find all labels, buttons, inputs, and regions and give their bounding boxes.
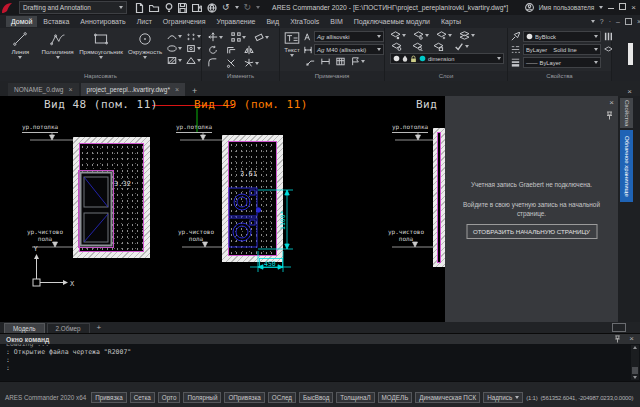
- toggle-ortho[interactable]: Орто: [158, 392, 181, 403]
- dim-style-icon[interactable]: [304, 46, 312, 54]
- panel-close-icon[interactable]: ×: [627, 87, 640, 96]
- toggle-lineweight[interactable]: ТолщинаЛ: [336, 392, 374, 403]
- close-icon[interactable]: ×: [629, 335, 634, 343]
- doc-restore-icon[interactable]: [625, 18, 632, 25]
- tab-cloud-storage[interactable]: Облачное хранилище: [620, 130, 633, 202]
- minimize-button[interactable]: [608, 4, 614, 12]
- undo-chevron-icon[interactable]: [235, 6, 239, 9]
- layer-combo[interactable]: dimension: [390, 53, 504, 64]
- annotation-scale-dropdown[interactable]: Надпись: [483, 392, 523, 403]
- tab-addins[interactable]: Подключаемые модули: [349, 16, 435, 27]
- view-48-title[interactable]: Вид 48 (пом. 11): [44, 98, 158, 111]
- scroll-down-icon[interactable]: [633, 376, 637, 379]
- pin-icon[interactable]: [606, 111, 613, 120]
- toggle-polar[interactable]: Полярный: [183, 392, 221, 403]
- restore-icon[interactable]: [612, 323, 626, 332]
- text-style-icon[interactable]: [304, 33, 312, 41]
- floor-label-3[interactable]: ур.чистовопола: [386, 229, 426, 242]
- toggle-dynamic-ucs[interactable]: Динамическая ПСК: [415, 392, 480, 403]
- layer-manager-button[interactable]: [390, 31, 406, 40]
- toggle-snap[interactable]: Привязка: [91, 392, 127, 403]
- height-text-48[interactable]: 3.32: [114, 180, 131, 188]
- hatch-tool-button[interactable]: [167, 56, 182, 65]
- tab-annotate[interactable]: Аннотировать: [75, 16, 130, 27]
- user-name[interactable]: Имя пользователя: [539, 4, 595, 11]
- tab-view[interactable]: Вид: [261, 16, 284, 27]
- tab-constraints[interactable]: Ограничения: [158, 16, 211, 27]
- table-icon[interactable]: [336, 57, 345, 66]
- collapse-ribbon-icon[interactable]: [591, 20, 595, 23]
- linestyle-combo[interactable]: ByLayer Solid line: [523, 44, 601, 55]
- move-tool-button[interactable]: [208, 32, 223, 42]
- ellipse-tool-button[interactable]: [167, 44, 182, 53]
- region-tool-button[interactable]: [186, 44, 201, 53]
- floor-label-1[interactable]: ур.чистовопола: [25, 229, 65, 242]
- close-icon[interactable]: ×: [69, 86, 73, 93]
- fillet-tool-button[interactable]: [208, 58, 218, 68]
- panel-close-icon[interactable]: ×: [609, 99, 614, 107]
- paint-icon[interactable]: [511, 32, 520, 41]
- help-icon[interactable]: ?: [600, 18, 604, 25]
- line-tool-button[interactable]: Линия: [4, 28, 37, 59]
- circle-tool-button[interactable]: Окружность: [125, 28, 165, 59]
- mirror-tool-button[interactable]: [244, 45, 254, 55]
- layer-isolate-icon[interactable]: [391, 42, 402, 51]
- layer-freeze-button[interactable]: [436, 31, 452, 40]
- command-window[interactable]: Окно команд × Loading ... : Открытие фай…: [0, 333, 640, 381]
- rectangle-tool-button[interactable]: Прямоугольник: [79, 28, 124, 59]
- dim-style-combo[interactable]: Ag M40 (allisovski): [314, 44, 384, 55]
- bulb-icon[interactable]: [165, 3, 173, 13]
- toggle-esnap[interactable]: ОПривязка: [224, 392, 264, 403]
- height-text-49[interactable]: 3.61: [240, 170, 257, 178]
- doc-minimize-icon[interactable]: –: [616, 18, 620, 25]
- rotate-tool-button[interactable]: [208, 45, 218, 55]
- layer-copy-icon[interactable]: [433, 42, 444, 51]
- dimension-icon[interactable]: [321, 57, 330, 66]
- new-tab-button[interactable]: +: [187, 86, 202, 96]
- layer-find-icon[interactable]: [412, 42, 423, 51]
- undo-icon[interactable]: ↺: [222, 3, 230, 12]
- leader-icon[interactable]: [306, 57, 315, 66]
- show-start-page-button[interactable]: ОТОБРАЗИТЬ НАЧАЛЬНУЮ СТРАНИЦУ: [466, 224, 597, 239]
- scroll-up-icon[interactable]: [633, 346, 637, 349]
- redo-icon[interactable]: ↻: [244, 3, 252, 12]
- layer-apply-button[interactable]: [454, 42, 469, 51]
- tab-model[interactable]: Модель: [4, 323, 45, 333]
- open-file-icon[interactable]: [149, 3, 160, 13]
- toggle-model[interactable]: МОДЕЛЬ: [378, 392, 413, 403]
- layer-off-button[interactable]: [413, 31, 429, 40]
- point-tool-button[interactable]: [186, 32, 201, 41]
- maximize-button[interactable]: [619, 3, 626, 12]
- tab-manage[interactable]: Управление: [212, 16, 261, 27]
- linestyle-icon[interactable]: [511, 45, 520, 54]
- lineweight-icon[interactable]: [511, 58, 520, 67]
- scroll-thumb[interactable]: [632, 367, 638, 374]
- text-style-combo[interactable]: Ag allisovski: [314, 31, 384, 42]
- new-file-icon[interactable]: [135, 3, 144, 13]
- doc-tab-project[interactable]: project_perepl...kvartiry.dwg* ×: [81, 83, 185, 96]
- command-history[interactable]: Loading ... : Открытие файла чертежа "R2…: [0, 344, 630, 381]
- offset-tool-button[interactable]: [226, 45, 236, 55]
- user-menu-chevron-icon[interactable]: [599, 6, 603, 9]
- save-icon[interactable]: [178, 3, 187, 13]
- ribbon-scrollbar[interactable]: [628, 43, 633, 65]
- color-combo[interactable]: ByBlock: [523, 31, 601, 42]
- close-icon[interactable]: ×: [175, 86, 179, 93]
- tab-bim[interactable]: BIM: [325, 16, 347, 27]
- ceiling-label-2[interactable]: ур.потолка: [176, 124, 212, 133]
- tab-sheet[interactable]: Лист: [132, 16, 157, 27]
- tab-maps[interactable]: Карты: [436, 16, 466, 27]
- tab-home[interactable]: Домой: [6, 16, 37, 27]
- toggle-grid[interactable]: Сетка: [130, 392, 155, 403]
- door-entity[interactable]: [79, 171, 114, 248]
- drawing-canvas[interactable]: 1100* 450 Y X Вид 48 (пом. 11) Вид 49 (п…: [0, 96, 445, 322]
- lineweight-combo[interactable]: —— ByLayer: [523, 57, 601, 68]
- array-tool-button[interactable]: [231, 32, 246, 42]
- tab-layout-obmer[interactable]: 2.Обмер: [47, 323, 90, 333]
- save-lock-icon[interactable]: [192, 3, 202, 13]
- redo-chevron-icon[interactable]: [256, 6, 260, 9]
- tab-properties[interactable]: Свойства: [620, 98, 633, 128]
- view-right-title[interactable]: Вид: [416, 98, 437, 111]
- globe-icon[interactable]: [207, 3, 217, 13]
- arc-tool-button[interactable]: [167, 32, 182, 41]
